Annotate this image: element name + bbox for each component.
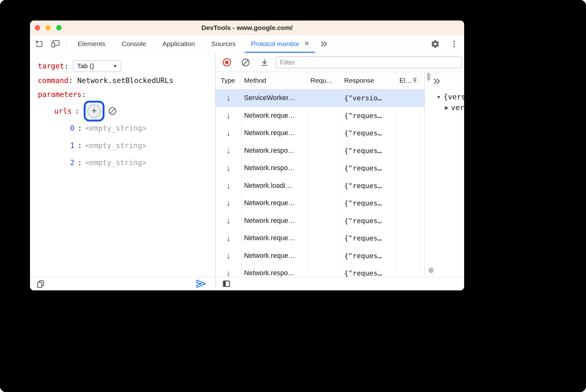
table-header: Type Method Requ… Response El… — [216, 72, 424, 89]
column-header-response[interactable]: Response — [342, 72, 397, 89]
column-label: El… — [399, 77, 412, 84]
table-row[interactable]: ↓ Network.reque… {"reques… — [216, 229, 424, 247]
titlebar: DevTools - www.google.com/ — [30, 21, 464, 35]
devtools-window: DevTools - www.google.com/ Elements Cons… — [30, 21, 464, 290]
table-row[interactable]: ↓ Network.respo… {"reques… — [216, 264, 424, 277]
column-header-method[interactable]: Method — [242, 72, 308, 89]
column-header-type[interactable]: Type — [216, 72, 242, 89]
url-entry-row: 1 : <empty_string> — [70, 141, 146, 150]
colon: : — [78, 141, 82, 150]
save-download-icon[interactable] — [258, 56, 272, 69]
method-cell: Network.reque… — [244, 234, 295, 242]
toolbar-divider — [66, 39, 66, 49]
received-arrow-icon: ↓ — [226, 216, 230, 226]
scrollbar-dot[interactable] — [428, 268, 434, 273]
zoom-window-button[interactable] — [56, 25, 62, 30]
clear-all-icon[interactable] — [239, 56, 253, 69]
add-url-button[interactable]: + — [87, 104, 101, 118]
send-command-button[interactable] — [195, 278, 207, 289]
copy-command-icon[interactable] — [36, 280, 45, 288]
column-header-elapsed[interactable]: El… — [397, 72, 421, 89]
parameters-key: parameters — [38, 90, 81, 98]
column-label: Method — [244, 77, 266, 84]
close-window-button[interactable] — [35, 25, 40, 30]
received-arrow-icon: ↓ — [226, 163, 230, 173]
tab-application[interactable]: Application — [154, 35, 203, 53]
tree-item-root[interactable]: ▼ {vers — [436, 93, 464, 101]
url-entry-row: 0 : <empty_string> — [70, 124, 146, 132]
tree-item-child[interactable]: ▶ ver — [445, 104, 464, 112]
parameters-line: parameters: — [38, 90, 86, 98]
table-row[interactable]: ↓ Network.respo… {"reques… — [216, 159, 424, 177]
table-row[interactable]: ↓ Network.reque… {"reques… — [216, 194, 424, 212]
response-cell: {"reques… — [344, 129, 382, 137]
tab-console[interactable]: Console — [114, 35, 154, 53]
urls-key: urls — [54, 107, 72, 115]
monitor-body: Type Method Requ… Response El… — [216, 72, 464, 277]
delete-parameter-icon[interactable] — [108, 106, 117, 116]
minimize-window-button[interactable] — [45, 25, 51, 30]
main-content: target: Tab () ▼ command: Network.setBlo… — [30, 53, 464, 290]
command-value[interactable]: Network.setBlockedURLs — [77, 76, 174, 85]
method-cell: Network.reque… — [244, 199, 295, 207]
plus-icon: + — [92, 106, 97, 116]
record-stop-icon[interactable] — [220, 56, 234, 69]
vertical-scrollbar-thumb[interactable] — [427, 73, 430, 81]
tree-item-label: ver — [451, 104, 464, 112]
table-row[interactable]: ↓ Network.loadi… {"reques… — [216, 177, 424, 195]
filter-input[interactable] — [276, 56, 462, 68]
tab-sources[interactable]: Sources — [203, 35, 244, 53]
target-key: target — [38, 62, 64, 70]
tree-expanded-icon: ▼ — [436, 94, 441, 100]
command-key: command — [38, 76, 69, 85]
table-row[interactable]: ↓ Network.reque… {"reques… — [216, 124, 424, 142]
tab-elements[interactable]: Elements — [69, 35, 114, 53]
table-row[interactable]: ↓ ServiceWorker… {"versio… — [216, 89, 424, 107]
table-row[interactable]: ↓ Network.reque… {"reques… — [216, 107, 424, 125]
tree-collapsed-icon: ▶ — [445, 105, 449, 110]
entry-index: 1 — [70, 141, 75, 150]
method-cell: Network.respo… — [244, 269, 295, 277]
method-cell: ServiceWorker… — [244, 94, 295, 102]
response-cell: {"reques… — [344, 252, 382, 260]
target-select[interactable]: Tab () ▼ — [73, 60, 121, 72]
tab-label: Console — [122, 40, 146, 48]
editor-bottom-bar — [30, 277, 215, 290]
more-tabs-icon[interactable] — [316, 35, 331, 53]
table-row[interactable]: ↓ Network.reque… {"reques… — [216, 212, 424, 230]
tree-item-label: {vers — [444, 93, 464, 101]
column-label: Type — [221, 77, 235, 84]
entry-value[interactable]: <empty_string> — [85, 141, 146, 150]
traffic-lights — [35, 25, 62, 30]
close-tab-icon[interactable]: × — [304, 39, 309, 48]
tabbar-right-icons — [428, 35, 464, 53]
colon: : — [64, 62, 69, 70]
table-row[interactable]: ↓ Network.reque… {"reques… — [216, 247, 424, 265]
received-arrow-icon: ↓ — [226, 93, 230, 103]
expand-panel-icon[interactable] — [432, 76, 441, 87]
received-arrow-icon: ↓ — [226, 268, 230, 277]
toggle-sidebar-icon[interactable] — [222, 279, 231, 288]
response-cell: {"reques… — [344, 269, 382, 277]
detail-side-panel: ▼ {vers ▶ ver — [425, 72, 464, 277]
tab-protocol-monitor[interactable]: Protocol monitor × — [244, 35, 316, 53]
response-cell: {"reques… — [344, 182, 382, 190]
table-row[interactable]: ↓ Network.respo… {"reques… — [216, 142, 424, 160]
chevron-down-icon: ▼ — [113, 64, 117, 68]
command-editor-pane: target: Tab () ▼ command: Network.setBlo… — [30, 53, 216, 290]
response-cell: {"reques… — [344, 147, 382, 155]
received-arrow-icon: ↓ — [226, 198, 230, 208]
target-line: target: Tab () ▼ — [38, 60, 121, 72]
target-select-value: Tab () — [77, 62, 94, 70]
entry-value[interactable]: <empty_string> — [85, 158, 146, 167]
received-arrow-icon: ↓ — [226, 146, 230, 156]
colon: : — [78, 158, 82, 167]
received-arrow-icon: ↓ — [226, 111, 230, 121]
entry-value[interactable]: <empty_string> — [85, 124, 146, 132]
column-header-request[interactable]: Requ… — [308, 72, 342, 89]
inspect-element-icon[interactable] — [32, 35, 46, 53]
method-cell: Network.reque… — [244, 129, 295, 137]
device-toolbar-icon[interactable] — [48, 35, 63, 53]
overflow-menu-icon[interactable] — [446, 36, 462, 51]
settings-gear-icon[interactable] — [428, 36, 443, 51]
